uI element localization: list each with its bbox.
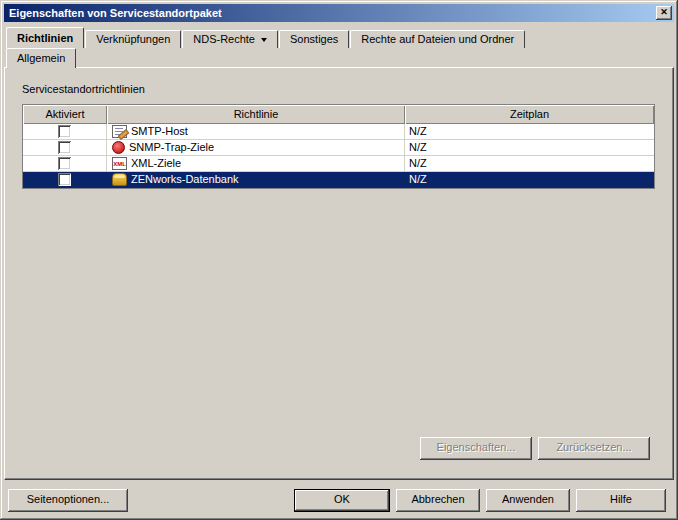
tab-label: Rechte auf Dateien und Ordner	[361, 33, 514, 45]
policy-label: SNMP-Trap-Ziele	[129, 140, 214, 155]
richtlinie-cell: XML-Ziele	[107, 156, 405, 172]
tab-nds-rechte[interactable]: NDS-Rechte	[182, 30, 278, 48]
tab-sonstiges[interactable]: Sonstiges	[279, 30, 349, 48]
aktiviert-cell	[23, 172, 107, 188]
aktiviert-cell	[23, 140, 107, 156]
properties-dialog: Eigenschaften von Servicestandortpaket ✕…	[0, 0, 678, 520]
policy-label: XML-Ziele	[131, 156, 181, 171]
smtp-host-icon	[112, 125, 127, 138]
tab-bar-row1: Richtlinien Verknüpfungen NDS-Rechte Son…	[6, 27, 526, 48]
richtlinie-cell: SMTP-Host	[107, 124, 405, 140]
policy-label: SMTP-Host	[131, 124, 188, 139]
zeitplan-cell: N/Z	[405, 124, 654, 140]
section-label: Servicestandortrichtlinien	[22, 83, 145, 95]
policy-checkbox[interactable]	[58, 173, 71, 186]
tab-allgemein[interactable]: Allgemein	[6, 48, 76, 68]
zuruecksetzen-button[interactable]: Zurücksetzen...	[538, 437, 650, 460]
window-title: Eigenschaften von Servicestandortpaket	[9, 4, 656, 22]
policy-label: ZENworks-Datenbank	[131, 172, 239, 187]
column-header-aktiviert: Aktiviert	[23, 105, 107, 124]
close-icon[interactable]: ✕	[656, 6, 672, 20]
zenworks-db-icon	[112, 173, 127, 186]
table-row[interactable]: SNMP-Trap-ZieleN/Z	[23, 140, 654, 156]
zeitplan-cell: N/Z	[405, 140, 654, 156]
seitenoptionen-button[interactable]: Seitenoptionen...	[8, 489, 128, 512]
snmp-trap-icon	[112, 141, 125, 154]
table-row[interactable]: XML-ZieleN/Z	[23, 156, 654, 172]
tab-label: Sonstiges	[290, 33, 338, 45]
tab-label: Allgemein	[17, 52, 65, 64]
column-header-zeitplan: Zeitplan	[405, 105, 654, 124]
table-row[interactable]: SMTP-HostN/Z	[23, 124, 654, 140]
policy-checkbox[interactable]	[58, 141, 71, 154]
tab-rechte-dateien-ordner[interactable]: Rechte auf Dateien und Ordner	[350, 30, 525, 48]
policy-checkbox[interactable]	[58, 125, 71, 138]
table-row[interactable]: ZENworks-DatenbankN/Z	[23, 172, 654, 188]
policy-checkbox[interactable]	[58, 157, 71, 170]
ok-button[interactable]: OK	[294, 489, 390, 512]
chevron-down-icon	[261, 38, 267, 42]
aktiviert-cell	[23, 156, 107, 172]
hilfe-button[interactable]: Hilfe	[576, 489, 666, 512]
xml-icon	[112, 157, 127, 170]
policy-table: Aktiviert Richtlinie Zeitplan SMTP-HostN…	[22, 104, 655, 189]
tab-label: NDS-Rechte	[193, 33, 255, 45]
tab-label: Richtlinien	[17, 32, 73, 44]
abbrechen-button[interactable]: Abbrechen	[396, 489, 480, 512]
policy-table-header: Aktiviert Richtlinie Zeitplan	[23, 105, 654, 124]
richtlinie-cell: SNMP-Trap-Ziele	[107, 140, 405, 156]
title-bar[interactable]: Eigenschaften von Servicestandortpaket ✕	[4, 4, 674, 22]
tab-richtlinien[interactable]: Richtlinien	[6, 27, 84, 48]
anwenden-button[interactable]: Anwenden	[486, 489, 570, 512]
zeitplan-cell: N/Z	[405, 172, 654, 188]
aktiviert-cell	[23, 124, 107, 140]
column-header-richtlinie: Richtlinie	[107, 105, 405, 124]
policy-table-body: SMTP-HostN/ZSNMP-Trap-ZieleN/ZXML-ZieleN…	[23, 124, 654, 188]
richtlinie-cell: ZENworks-Datenbank	[107, 172, 405, 188]
tab-bar-row2: Allgemein	[6, 48, 77, 68]
tab-label: Verknüpfungen	[96, 33, 170, 45]
tab-verknuepfungen[interactable]: Verknüpfungen	[85, 30, 181, 48]
eigenschaften-button[interactable]: Eigenschaften...	[420, 437, 532, 460]
zeitplan-cell: N/Z	[405, 156, 654, 172]
